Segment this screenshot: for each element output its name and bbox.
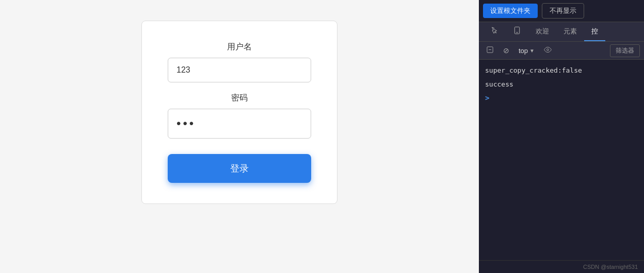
tab-device[interactable]	[506, 22, 528, 41]
credit-text: CSDN @starnight531	[583, 264, 638, 270]
hide-button[interactable]: 不再显示	[542, 3, 584, 19]
password-input[interactable]	[168, 109, 311, 139]
username-label: 用户名	[168, 42, 311, 53]
eye-icon	[544, 46, 552, 55]
console-prompt[interactable]: >	[485, 92, 638, 104]
main-area: 用户名 密码 登录	[0, 0, 479, 273]
tab-welcome-label: 欢迎	[536, 27, 549, 36]
tab-elements[interactable]: 元素	[556, 23, 584, 41]
devtools-tabs: 欢迎 元素 控	[479, 22, 644, 42]
devtools-console: super_copy_cracked:false success >	[479, 60, 644, 260]
devtools-panel: 设置根文件夹 不再显示 欢迎 元素	[479, 0, 644, 273]
dropdown-arrow-icon: ▼	[529, 48, 535, 54]
password-label: 密码	[168, 93, 311, 104]
tab-console-label: 控	[591, 27, 598, 36]
username-input[interactable]	[168, 58, 311, 82]
tab-welcome[interactable]: 欢迎	[528, 23, 556, 41]
devtools-toolbar: ⊘ top ▼ 筛选器	[479, 42, 644, 60]
tab-elements-label: 元素	[564, 27, 577, 36]
devtools-bottombar: CSDN @starnight531	[479, 260, 644, 273]
top-label: top	[519, 47, 528, 55]
clear-console-button[interactable]	[483, 44, 497, 57]
no-icon: ⊘	[503, 46, 509, 55]
password-field-group: 密码	[168, 93, 311, 139]
tab-console[interactable]: 控	[584, 23, 605, 41]
context-dropdown[interactable]: top ▼	[516, 45, 538, 56]
console-line-2: success	[485, 78, 638, 92]
inspect-icon	[490, 26, 498, 36]
no-icon-button[interactable]: ⊘	[500, 44, 512, 57]
username-field-group: 用户名	[168, 42, 311, 82]
device-icon	[513, 26, 521, 36]
devtools-topbar: 设置根文件夹 不再显示	[479, 0, 644, 22]
console-line-1: super_copy_cracked:false	[485, 64, 638, 78]
svg-rect-0	[514, 27, 519, 33]
svg-point-4	[547, 49, 549, 51]
tab-inspect[interactable]	[483, 22, 506, 41]
login-card: 用户名 密码 登录	[141, 21, 337, 204]
filter-button[interactable]: 筛选器	[610, 44, 640, 57]
login-button[interactable]: 登录	[168, 154, 311, 183]
eye-button[interactable]	[541, 44, 555, 57]
clear-icon	[486, 46, 494, 55]
setup-root-folder-button[interactable]: 设置根文件夹	[483, 4, 538, 18]
